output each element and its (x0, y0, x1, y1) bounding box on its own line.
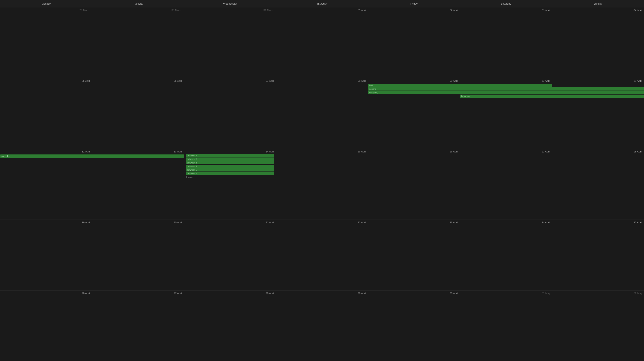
day-number: 28 April (186, 292, 274, 295)
day-number: 17 April (462, 150, 550, 153)
day-number: 12 April (2, 150, 90, 153)
day-number: 09 April (370, 79, 458, 82)
day-cell[interactable]: 01 April (276, 8, 368, 78)
event-between-week2[interactable]: between (460, 94, 644, 98)
event-between1[interactable]: between 1 (186, 154, 274, 157)
header-sunday: Sunday (552, 0, 644, 8)
calendar: Monday Tuesday Wednesday Thursday Friday… (0, 0, 644, 361)
day-number: 29 March (2, 8, 90, 12)
today-badge: 15 April (358, 150, 366, 153)
day-number: 23 April (370, 221, 458, 224)
day-number: 20 April (94, 221, 182, 224)
day-number: 04 April (554, 8, 642, 12)
day-cell-apr9[interactable]: 09 April first second really big (368, 78, 460, 149)
day-cell[interactable]: 22 April (276, 220, 368, 290)
day-number: 02 May (554, 292, 642, 295)
day-cell[interactable]: 07 April (184, 78, 276, 149)
day-number: 16 April (370, 150, 458, 153)
day-number: 30 April (370, 292, 458, 295)
day-number: 31 March (186, 8, 274, 12)
day-number: 03 April (462, 8, 550, 12)
day-number: 24 April (462, 221, 550, 224)
day-number: 01 April (278, 8, 366, 12)
day-cell[interactable]: 04 April (552, 8, 644, 78)
day-number: 15 April (278, 150, 366, 153)
day-cell[interactable]: 23 April (368, 220, 460, 290)
more-label[interactable]: 1 more (186, 176, 274, 179)
day-cell-apr16[interactable]: 16 April (368, 149, 460, 220)
event-between6[interactable]: between 6 (186, 172, 274, 175)
event-really-big-week2[interactable]: really big (368, 91, 644, 94)
day-cell-apr12[interactable]: 12 April really big (0, 149, 92, 220)
day-number: 05 April (2, 79, 90, 82)
day-number: 30 March (94, 8, 182, 12)
day-number: 01 May (462, 292, 550, 295)
day-number: 25 April (554, 221, 642, 224)
day-number: 14 April (186, 150, 274, 153)
day-cell[interactable]: 01 May (460, 290, 552, 361)
day-cell[interactable]: 02 May (552, 290, 644, 361)
event-between4[interactable]: between 4 (186, 165, 274, 168)
event-second[interactable]: second (368, 87, 644, 90)
day-number: 10 April (462, 79, 550, 82)
day-cell[interactable]: 02 April (368, 8, 460, 78)
header-thursday: Thursday (276, 0, 368, 8)
day-number: 02 April (370, 8, 458, 12)
day-cell-apr18[interactable]: 18 April (552, 149, 644, 220)
day-number: 19 April (2, 221, 90, 224)
day-number: 21 April (186, 221, 274, 224)
day-cell[interactable]: 21 April (184, 220, 276, 290)
header-tuesday: Tuesday (92, 0, 184, 8)
day-cell[interactable]: 25 April (552, 220, 644, 290)
day-cell-apr13[interactable]: 13 April (92, 149, 184, 220)
day-cell[interactable]: 28 April (184, 290, 276, 361)
day-number: 07 April (186, 79, 274, 82)
day-number: 06 April (94, 79, 182, 82)
day-number: 08 April (278, 79, 366, 82)
day-cell[interactable]: 24 April (460, 220, 552, 290)
day-number: 18 April (554, 150, 642, 153)
day-cell[interactable]: 30 March (92, 8, 184, 78)
header-saturday: Saturday (460, 0, 552, 8)
day-cell[interactable]: 03 April (460, 8, 552, 78)
day-cell[interactable]: 27 April (92, 290, 184, 361)
day-cell[interactable]: 06 April (92, 78, 184, 149)
header-friday: Friday (368, 0, 460, 8)
day-number: 11 April (554, 79, 642, 82)
header-monday: Monday (0, 0, 92, 8)
day-number: 26 April (2, 292, 90, 295)
day-cell-apr15[interactable]: 15 April (276, 149, 368, 220)
day-cell[interactable]: 20 April (92, 220, 184, 290)
day-cell[interactable]: 30 April (368, 290, 460, 361)
event-between2[interactable]: between 2 (186, 158, 274, 161)
day-number: 13 April (94, 150, 182, 153)
day-cell-apr17[interactable]: 17 April (460, 149, 552, 220)
day-cell[interactable]: 29 April (276, 290, 368, 361)
day-cell-apr14[interactable]: 14 April between 1 between 2 between 3 b… (184, 149, 276, 220)
day-number: 29 April (278, 292, 366, 295)
day-number: 22 April (278, 221, 366, 224)
header-wednesday: Wednesday (184, 0, 276, 8)
event-first[interactable]: first (368, 84, 552, 87)
event-between5[interactable]: between 5 (186, 168, 274, 172)
day-cell[interactable]: 31 March (184, 8, 276, 78)
day-cell[interactable]: 05 April (0, 78, 92, 149)
day-cell[interactable]: 29 March (0, 8, 92, 78)
event-between3[interactable]: between 3 (186, 161, 274, 164)
day-number: 27 April (94, 292, 182, 295)
event-really-big-week3[interactable]: really big (0, 154, 184, 158)
day-cell[interactable]: 19 April (0, 220, 92, 290)
day-cell[interactable]: 26 April (0, 290, 92, 361)
day-cell[interactable]: 08 April (276, 78, 368, 149)
